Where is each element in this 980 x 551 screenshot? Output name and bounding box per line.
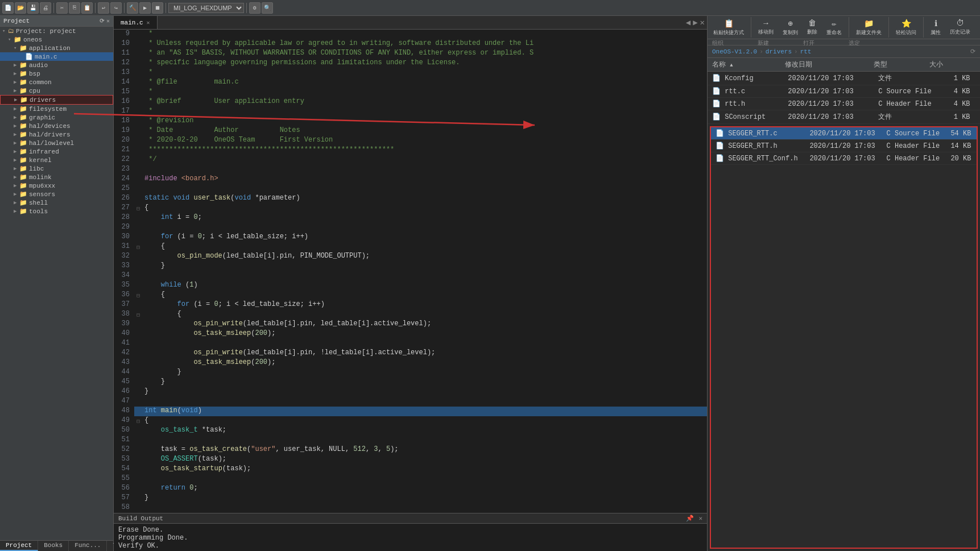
code-line-46: 46 } — [114, 387, 707, 397]
tree-main-c[interactable]: 📄 main.c — [0, 52, 113, 61]
tb-copy[interactable]: ⎘ — [69, 2, 80, 14]
tree-libc[interactable]: ▶ 📁 libc — [0, 164, 113, 173]
tb-redo[interactable]: ↪ — [110, 2, 122, 14]
file-row-kconfig[interactable]: 📄 Kconfig 2020/11/20 17:03 文件 1 KB — [708, 72, 980, 85]
rtb-paste-shortcut[interactable]: 📋 粘贴快捷方式 — [710, 18, 747, 38]
tree-hal-drivers[interactable]: ▶ 📁 hal/drivers — [0, 130, 113, 139]
tree-graphic[interactable]: ▶ 📁 graphic — [0, 113, 113, 122]
code-line-32: 32 os_pin_mode(led_table[i].pin, PIN_MOD… — [114, 252, 707, 262]
tree-drivers-label: drivers — [30, 97, 56, 103]
tree-common[interactable]: ▶ 📁 common — [0, 78, 113, 86]
tree-tools[interactable]: ▶ 📁 tools — [0, 207, 113, 216]
tb-stop[interactable]: ⏹ — [152, 2, 163, 14]
tb-debug[interactable]: ▶ — [139, 2, 151, 14]
tb-undo[interactable]: ↩ — [98, 2, 109, 14]
file-row-rttc[interactable]: 📄 rtt.c 2020/11/20 17:03 C Source File 4… — [708, 85, 980, 98]
tree-infrared[interactable]: ▶ 📁 infrared — [0, 147, 113, 156]
col-size[interactable]: 大小 — [925, 58, 980, 72]
tree-infrared-label: infrared — [29, 148, 59, 155]
breadcrumb-refresh-icon[interactable]: ⟳ — [970, 48, 975, 55]
tb-btn-3[interactable]: 💾 — [27, 2, 39, 14]
code-line-17: 17 * — [114, 107, 707, 117]
rtb-rename[interactable]: ✏ 重命名 — [823, 18, 845, 38]
rtth-size: 4 KB — [949, 98, 980, 110]
tree-molink[interactable]: ▶ 📁 molink — [0, 173, 113, 181]
code-line-37: 37 for (i = 0; i < led_table_size; i++) — [114, 300, 707, 310]
tab-project[interactable]: Project — [0, 541, 38, 551]
segger-rttc-size: 54 KB — [946, 127, 977, 140]
tab-close-icon[interactable]: ✕ — [147, 19, 150, 26]
tree-kernel[interactable]: ▶ 📁 kernel — [0, 156, 113, 164]
log-combo[interactable]: MI_LOG_HEXDUMP — [168, 3, 244, 13]
tree-root[interactable]: ▾ 🗂 Project: project — [0, 27, 113, 35]
code-line-24: 24 #include <board.h> — [114, 175, 707, 184]
tb-cut[interactable]: ✂ — [56, 2, 68, 14]
panel-close-icon[interactable]: ✕ — [106, 18, 110, 24]
tree-shell[interactable]: ▶ 📁 shell — [0, 198, 113, 207]
file-row-segger-rttc[interactable]: 📄 SEGGER_RTT.c 2020/11/20 17:03 C Source… — [711, 127, 977, 140]
tb-extra2[interactable]: 🔍 — [262, 2, 273, 14]
rtb-delete[interactable]: 🗑 删除 — [804, 18, 821, 37]
file-table-highlighted: 📄 SEGGER_RTT.c 2020/11/20 17:03 C Source… — [711, 127, 977, 165]
tree-sensors[interactable]: ▶ 📁 sensors — [0, 190, 113, 198]
col-name[interactable]: 名称 ▲ — [708, 58, 780, 72]
tab-books[interactable]: Books — [38, 541, 69, 551]
tb-extra1[interactable]: ⚙ — [249, 2, 260, 14]
tb-btn-1[interactable]: 📄 — [2, 2, 14, 14]
build-output-header: Build Output 📌 ✕ — [114, 513, 707, 524]
tree-application[interactable]: ▾ 📁 application — [0, 44, 113, 52]
rttc-name: rtt.c — [725, 88, 745, 96]
segger-conf-date: 2020/11/20 17:03 — [805, 152, 882, 165]
col-date[interactable]: 修改日期 — [780, 58, 869, 72]
rtb-easy-access[interactable]: ⭐ 轻松访问 — [892, 18, 920, 38]
tree-audio[interactable]: ▶ 📁 audio — [0, 61, 113, 69]
col-type[interactable]: 类型 — [869, 58, 924, 72]
rtb-copy[interactable]: ⊕ 复制到 — [779, 18, 801, 38]
paste-shortcut-icon: 📋 — [724, 19, 734, 28]
rtb-move[interactable]: → 移动到 — [755, 18, 777, 37]
tree-hal-devices[interactable]: ▶ 📁 hal/devices — [0, 122, 113, 130]
rtb-new-folder[interactable]: 📁 新建文件夹 — [853, 18, 885, 38]
file-row-sconscript[interactable]: 📄 SConscript 2020/11/20 17:03 文件 1 KB — [708, 110, 980, 124]
editor-tab-label: main.c — [121, 19, 143, 26]
build-output-close-icon[interactable]: ✕ — [698, 515, 702, 522]
tab-prev-icon[interactable]: ◀ — [686, 18, 690, 27]
tab-func[interactable]: Func... — [69, 541, 107, 551]
tb-btn-2[interactable]: 📂 — [15, 2, 26, 14]
build-output-pin-icon[interactable]: 📌 — [686, 515, 694, 522]
tb-btn-4[interactable]: 🖨 — [40, 2, 51, 14]
rtth-icon: 📄 — [712, 100, 721, 108]
build-line-1: Erase Done. — [118, 526, 702, 534]
rtb-sep-2 — [849, 17, 849, 38]
tab-next-icon[interactable]: ▶ — [693, 18, 697, 27]
tab-close-all-icon[interactable]: ✕ — [700, 18, 705, 27]
code-line-41: 41 — [114, 339, 707, 349]
code-line-16: 16 * @brief User application entry — [114, 97, 707, 107]
breadcrumb-oneos[interactable]: OneOS-V1.2.0 — [712, 48, 757, 55]
tb-build[interactable]: 🔨 — [127, 2, 138, 14]
rtb-history[interactable]: ⏱ 历史记录 — [946, 18, 974, 37]
tree-drivers[interactable]: ▶ 📁 drivers — [0, 95, 113, 105]
breadcrumb-sep-2: › — [794, 48, 798, 55]
tree-hal-lowlevel[interactable]: ▶ 📁 hal/lowlevel — [0, 139, 113, 147]
file-row-segger-rtth[interactable]: 📄 SEGGER_RTT.h 2020/11/20 17:03 C Header… — [711, 140, 977, 152]
rename-icon: ✏ — [832, 19, 836, 28]
code-editor[interactable]: 9 * 10 * Unless required by applicable l… — [114, 30, 707, 513]
file-row-segger-conf[interactable]: 📄 SEGGER_RTT_Conf.h 2020/11/20 17:03 C H… — [711, 152, 977, 165]
tb-paste[interactable]: 📋 — [81, 2, 93, 14]
rtb-properties[interactable]: ℹ 属性 — [927, 18, 944, 38]
panel-sync-icon[interactable]: ⟳ — [100, 18, 104, 24]
move-icon: → — [763, 19, 768, 28]
file-row-rtth[interactable]: 📄 rtt.h 2020/11/20 17:03 C Header File 4… — [708, 98, 980, 110]
tree-mpu6xxx[interactable]: ▶ 📁 mpu6xxx — [0, 181, 113, 190]
tree-cpu[interactable]: ▶ 📁 cpu — [0, 86, 113, 95]
editor-tab-main-c[interactable]: main.c ✕ — [114, 16, 158, 29]
tree-bsp[interactable]: ▶ 📁 bsp — [0, 69, 113, 78]
tree-kernel-label: kernel — [29, 157, 52, 164]
breadcrumb-rtt[interactable]: rtt — [800, 48, 812, 55]
tree-oneos[interactable]: ▾ 📁 oneos — [0, 35, 113, 44]
editor-tab-bar: main.c ✕ ◀ ▶ ✕ — [114, 16, 707, 30]
tree-filesystem[interactable]: ▶ 📁 filesystem — [0, 105, 113, 113]
tree-audio-label: audio — [29, 62, 48, 69]
breadcrumb-drivers[interactable]: drivers — [766, 48, 792, 55]
